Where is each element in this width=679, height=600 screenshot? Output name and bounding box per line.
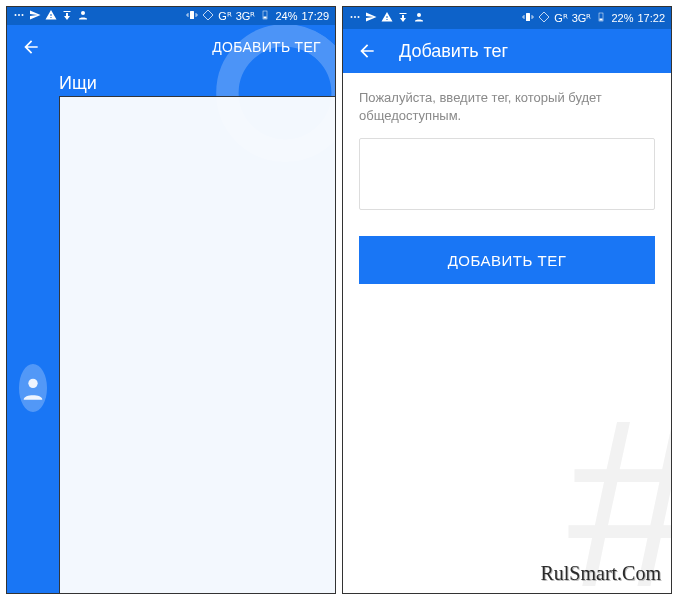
add-tag-button[interactable]: ДОБАВИТЬ ТЕГ — [359, 236, 655, 284]
send-icon — [365, 11, 377, 25]
diamond-icon — [202, 9, 214, 23]
svg-point-11 — [358, 16, 360, 18]
svg-rect-15 — [600, 19, 603, 21]
network-label-1: Gᴿ — [554, 12, 568, 25]
svg-point-2 — [22, 14, 24, 16]
battery-percent: 22% — [611, 12, 633, 24]
appbar: Добавить тег — [343, 29, 671, 73]
warning-icon — [45, 9, 57, 23]
svg-point-3 — [81, 11, 85, 15]
svg-rect-13 — [526, 13, 530, 21]
phone-right: Gᴿ 3Gᴿ 22% 17:22 Добавить тег # Пожалуйс… — [342, 6, 672, 594]
clock: 17:29 — [301, 10, 329, 22]
warning-icon — [381, 11, 393, 25]
download-icon — [61, 9, 73, 23]
svg-point-10 — [354, 16, 356, 18]
back-button[interactable] — [17, 33, 45, 61]
back-button[interactable] — [353, 37, 381, 65]
svg-point-1 — [18, 14, 20, 16]
appbar: ДОБАВИТЬ ТЕГ Ищи +79787669448 RU PREMIUM — [7, 25, 335, 593]
send-icon — [29, 9, 41, 23]
phone-left: Gᴿ 3Gᴿ 24% 17:29 ДОБАВИТЬ ТЕГ Ищи +79787… — [6, 6, 336, 594]
tag-input[interactable] — [359, 138, 655, 210]
arrow-left-icon — [21, 37, 41, 57]
profile-phone: +79787669448 RU — [59, 96, 335, 593]
svg-point-8 — [28, 378, 37, 387]
battery-icon — [595, 11, 607, 25]
svg-rect-4 — [190, 11, 194, 19]
profile-header: Ищи +79787669448 RU PREMIUM — [7, 69, 335, 593]
network-label-1: Gᴿ — [218, 10, 232, 23]
more-icon — [13, 9, 25, 23]
person-icon — [19, 374, 47, 402]
network-label-2: 3Gᴿ — [572, 12, 592, 25]
avatar — [19, 364, 47, 412]
vibrate-icon — [522, 11, 534, 25]
diamond-icon — [538, 11, 550, 25]
battery-icon — [259, 9, 271, 23]
instruction-text: Пожалуйста, введите тег, который будет о… — [359, 89, 655, 124]
clock: 17:22 — [637, 12, 665, 24]
hash-decoration-icon: # — [568, 383, 672, 594]
watermark: RulSmart.Com — [540, 562, 661, 585]
network-label-2: 3Gᴿ — [236, 10, 256, 23]
svg-point-12 — [417, 13, 421, 17]
arrow-left-icon — [357, 41, 377, 61]
page-title: Добавить тег — [399, 41, 508, 62]
battery-percent: 24% — [275, 10, 297, 22]
content-area: # Пожалуйста, введите тег, который будет… — [343, 73, 671, 593]
status-bar: Gᴿ 3Gᴿ 24% 17:29 — [7, 7, 335, 25]
person-icon — [413, 11, 425, 25]
svg-point-0 — [15, 14, 17, 16]
person-icon — [77, 9, 89, 23]
download-icon — [397, 11, 409, 25]
vibrate-icon — [186, 9, 198, 23]
more-icon — [349, 11, 361, 25]
svg-point-9 — [351, 16, 353, 18]
status-bar: Gᴿ 3Gᴿ 22% 17:22 — [343, 7, 671, 29]
svg-rect-6 — [264, 17, 267, 19]
